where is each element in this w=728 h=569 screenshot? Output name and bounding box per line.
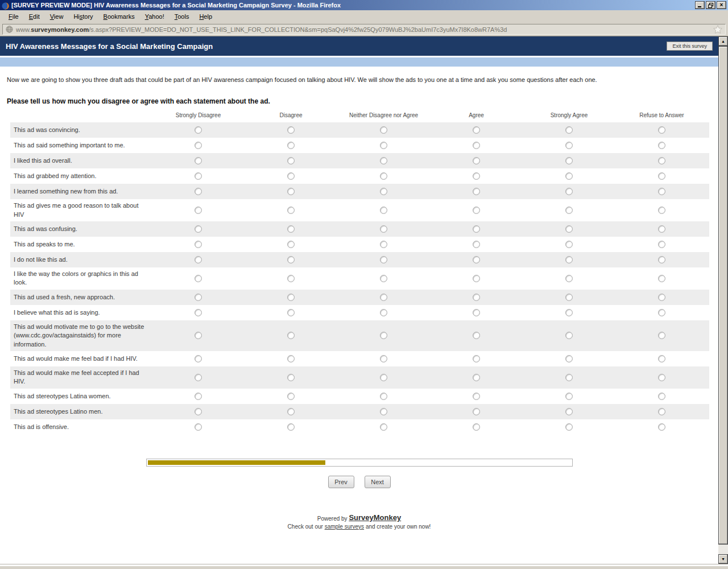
radio-button[interactable] [473, 225, 480, 233]
menu-tools[interactable]: Tools [169, 11, 195, 22]
menu-file[interactable]: File [3, 11, 24, 22]
radio-button[interactable] [287, 275, 295, 282]
radio-button[interactable] [380, 256, 387, 263]
radio-button[interactable] [658, 207, 665, 214]
radio-button[interactable] [287, 172, 295, 180]
radio-button[interactable] [195, 126, 202, 134]
radio-button[interactable] [473, 355, 480, 362]
scrollbar-down-button[interactable]: ▼ [718, 554, 728, 564]
next-button[interactable]: Next [365, 476, 391, 488]
radio-button[interactable] [287, 355, 295, 362]
radio-button[interactable] [658, 142, 665, 149]
radio-button[interactable] [380, 275, 387, 282]
radio-button[interactable] [565, 172, 573, 180]
vertical-scrollbar[interactable]: ▲ ▼ [718, 36, 728, 564]
radio-button[interactable] [565, 393, 573, 400]
radio-button[interactable] [565, 188, 573, 195]
radio-button[interactable] [195, 355, 202, 362]
radio-button[interactable] [287, 332, 295, 339]
radio-button[interactable] [287, 225, 295, 233]
radio-button[interactable] [473, 393, 480, 400]
radio-button[interactable] [287, 374, 295, 381]
radio-button[interactable] [287, 142, 295, 149]
radio-button[interactable] [380, 294, 387, 301]
radio-button[interactable] [380, 142, 387, 149]
radio-button[interactable] [380, 157, 387, 164]
menu-yahoo[interactable]: Yahoo! [140, 11, 169, 22]
radio-button[interactable] [658, 126, 665, 134]
radio-button[interactable] [473, 374, 480, 381]
radio-button[interactable] [380, 374, 387, 381]
radio-button[interactable] [287, 241, 295, 248]
radio-button[interactable] [195, 157, 202, 164]
bookmark-star-icon[interactable] [713, 25, 722, 34]
radio-button[interactable] [380, 309, 387, 316]
radio-button[interactable] [473, 309, 480, 316]
radio-button[interactable] [195, 142, 202, 149]
url-input[interactable]: www.surveymonkey.com/s.aspx?PREVIEW_MODE… [2, 24, 726, 35]
radio-button[interactable] [195, 374, 202, 381]
radio-button[interactable] [380, 126, 387, 134]
radio-button[interactable] [287, 157, 295, 164]
radio-button[interactable] [195, 408, 202, 415]
radio-button[interactable] [380, 393, 387, 400]
radio-button[interactable] [565, 355, 573, 362]
radio-button[interactable] [287, 294, 295, 301]
radio-button[interactable] [195, 188, 202, 195]
radio-button[interactable] [380, 408, 387, 415]
radio-button[interactable] [658, 423, 665, 431]
radio-button[interactable] [565, 408, 573, 415]
radio-button[interactable] [565, 157, 573, 164]
radio-button[interactable] [287, 256, 295, 263]
radio-button[interactable] [195, 294, 202, 301]
radio-button[interactable] [195, 241, 202, 248]
radio-button[interactable] [473, 126, 480, 134]
radio-button[interactable] [473, 332, 480, 339]
radio-button[interactable] [658, 157, 665, 164]
radio-button[interactable] [473, 408, 480, 415]
radio-button[interactable] [565, 294, 573, 301]
radio-button[interactable] [287, 188, 295, 195]
radio-button[interactable] [473, 275, 480, 282]
radio-button[interactable] [565, 275, 573, 282]
radio-button[interactable] [287, 126, 295, 134]
radio-button[interactable] [658, 256, 665, 263]
radio-button[interactable] [380, 225, 387, 233]
radio-button[interactable] [473, 142, 480, 149]
radio-button[interactable] [473, 256, 480, 263]
radio-button[interactable] [195, 172, 202, 180]
radio-button[interactable] [380, 207, 387, 214]
radio-button[interactable] [565, 225, 573, 233]
radio-button[interactable] [658, 408, 665, 415]
radio-button[interactable] [565, 256, 573, 263]
radio-button[interactable] [658, 374, 665, 381]
radio-button[interactable] [380, 241, 387, 248]
radio-button[interactable] [658, 355, 665, 362]
radio-button[interactable] [195, 225, 202, 233]
radio-button[interactable] [565, 241, 573, 248]
radio-button[interactable] [473, 207, 480, 214]
radio-button[interactable] [473, 294, 480, 301]
close-button[interactable]: × [717, 1, 726, 9]
radio-button[interactable] [658, 393, 665, 400]
radio-button[interactable] [473, 423, 480, 431]
radio-button[interactable] [658, 332, 665, 339]
menu-view[interactable]: View [45, 11, 69, 22]
radio-button[interactable] [287, 309, 295, 316]
menu-bookmarks[interactable]: Bookmarks [98, 11, 140, 22]
radio-button[interactable] [658, 225, 665, 233]
radio-button[interactable] [195, 423, 202, 431]
radio-button[interactable] [565, 332, 573, 339]
menu-edit[interactable]: Edit [24, 11, 45, 22]
menu-history[interactable]: History [68, 11, 98, 22]
radio-button[interactable] [565, 309, 573, 316]
radio-button[interactable] [658, 275, 665, 282]
radio-button[interactable] [195, 256, 202, 263]
radio-button[interactable] [195, 309, 202, 316]
surveymonkey-link[interactable]: SurveyMonkey [349, 513, 401, 522]
radio-button[interactable] [195, 207, 202, 214]
radio-button[interactable] [380, 172, 387, 180]
radio-button[interactable] [473, 188, 480, 195]
radio-button[interactable] [565, 207, 573, 214]
restore-button[interactable] [706, 1, 715, 9]
